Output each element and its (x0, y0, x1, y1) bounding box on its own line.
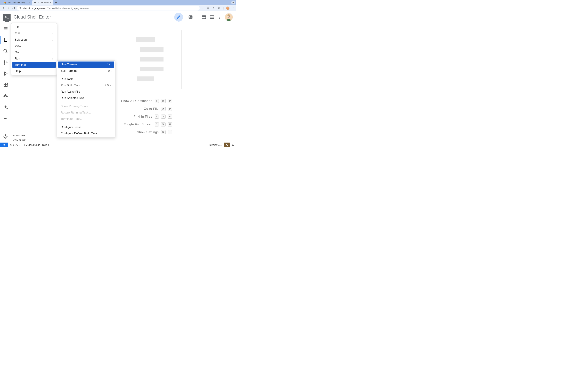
ai-assist-icon[interactable] (2, 103, 9, 111)
status-bar: 0 0 Cloud Code - Sign in Layout: U.S. (0, 142, 236, 147)
svg-point-24 (4, 49, 7, 52)
keyboard-layout-status[interactable]: Layout: U.S. (207, 144, 224, 146)
settings-gear-icon[interactable] (2, 132, 9, 140)
svg-point-11 (233, 9, 233, 9)
zoom-icon[interactable] (207, 7, 210, 10)
svg-point-37 (5, 118, 6, 119)
more-activity-icon[interactable] (2, 115, 9, 122)
svg-point-25 (4, 60, 5, 61)
submenu-show-running-tasks: Show Running Tasks... (58, 103, 114, 109)
svg-point-2 (5, 2, 6, 4)
svg-point-3 (4, 2, 5, 3)
submenu-configure-tasks[interactable]: Configure Tasks... (58, 124, 114, 130)
browser-tab[interactable]: Welcome – lab-project-id-ex × (1, 0, 32, 5)
menu-item-selection[interactable]: Selection› (12, 37, 56, 43)
menu-item-view[interactable]: View› (12, 43, 56, 49)
tab-title: Welcome – lab-project-id-ex (8, 1, 27, 4)
extensions-panel-icon[interactable] (2, 81, 9, 89)
hint-go-to-file: Go to File ⌘ P (121, 107, 172, 111)
svg-point-36 (4, 118, 5, 119)
source-control-icon[interactable] (2, 58, 9, 66)
browser-tab-active[interactable]: Cloud Shell × (32, 0, 53, 5)
submenu-split-terminal[interactable]: Split Terminal⌘\ (58, 68, 114, 74)
forward-button[interactable] (7, 7, 10, 10)
menu-item-help[interactable]: Help› (12, 68, 56, 74)
browser-chrome: Welcome – lab-project-id-ex × Cloud Shel… (0, 0, 236, 11)
menu-item-edit[interactable]: Edit› (12, 30, 56, 36)
back-button[interactable] (2, 7, 5, 10)
cloud-code-label: Cloud Code - Sign in (27, 144, 50, 146)
command-hints: Show All Commands ⇧ ⌘ P Go to File ⌘ P F… (121, 99, 172, 134)
svg-point-19 (219, 18, 220, 19)
activity-bar (0, 23, 11, 142)
connection-disabled-icon[interactable] (224, 142, 230, 147)
svg-rect-16 (210, 17, 214, 18)
profile-avatar-icon[interactable] (226, 7, 230, 10)
cloudshell-favicon-icon (34, 1, 37, 4)
svg-point-10 (233, 8, 233, 8)
api-icon[interactable] (2, 92, 9, 100)
svg-point-38 (7, 118, 7, 119)
address-bar[interactable]: shell.cloud.google.com/?show=ide&environ… (17, 6, 199, 10)
editor-mode-button[interactable] (174, 13, 183, 22)
submenu-new-terminal[interactable]: New Terminal^⇧` (58, 61, 114, 68)
close-icon[interactable]: × (29, 1, 30, 4)
search-icon[interactable] (2, 47, 9, 55)
app-title: Cloud Shell Editor (14, 14, 51, 20)
terminal-submenu: New Terminal^⇧` Split Terminal⌘\ Run Tas… (57, 60, 115, 138)
svg-rect-4 (34, 2, 36, 3)
explorer-icon[interactable] (2, 36, 9, 44)
submenu-run-active-file[interactable]: Run Active File (58, 89, 114, 95)
svg-rect-29 (4, 83, 5, 85)
install-icon[interactable] (201, 7, 204, 10)
submenu-run-selected-text[interactable]: Run Selected Text (58, 95, 114, 101)
new-window-button[interactable] (201, 13, 206, 22)
svg-point-27 (6, 62, 7, 63)
run-debug-icon[interactable] (2, 70, 9, 77)
timeline-section[interactable]: ›TIMELINE (11, 138, 57, 142)
menu-item-run[interactable]: Run› (12, 56, 56, 62)
cloud-code-status[interactable]: Cloud Code - Sign in (22, 144, 51, 146)
submenu-configure-default-build-task[interactable]: Configure Default Build Task... (58, 131, 114, 137)
address-bar-row: shell.cloud.google.com/?show=ide&environ… (0, 5, 236, 11)
svg-rect-30 (4, 85, 5, 86)
extensions-icon[interactable] (218, 7, 221, 10)
menu-toggle-icon[interactable] (2, 25, 9, 33)
outline-section[interactable]: ›OUTLINE (11, 133, 57, 138)
problems-status[interactable]: 0 0 (8, 144, 22, 146)
menu-item-file[interactable]: File› (12, 24, 56, 30)
svg-rect-14 (202, 16, 206, 17)
gcloud-favicon-icon (3, 1, 6, 4)
submenu-run-build-task[interactable]: Run Build Task...⇧⌘B (58, 83, 114, 89)
notifications-bell-icon[interactable] (230, 143, 236, 146)
submenu-terminate-task: Terminate Task... (58, 116, 114, 122)
tabs-dropdown-icon[interactable] (231, 1, 235, 4)
menu-item-go[interactable]: Go› (12, 49, 56, 55)
more-menu-button[interactable] (218, 13, 222, 22)
svg-rect-5 (20, 7, 21, 8)
url-path: /?show=ide&environment_deployment=ide (47, 7, 89, 9)
hint-show-all-commands: Show All Commands ⇧ ⌘ P (121, 99, 172, 103)
terminal-mode-button[interactable] (186, 13, 195, 22)
hint-find-in-files: Find in Files ⇧ ⌘ F (121, 115, 172, 119)
svg-point-17 (219, 16, 220, 16)
bookmark-star-icon[interactable] (212, 7, 215, 10)
svg-rect-12 (189, 16, 193, 19)
main-menu: File› Edit› Selection› View› Go› Run› Te… (11, 23, 57, 75)
svg-point-9 (233, 7, 233, 8)
new-tab-button[interactable]: + (53, 1, 59, 4)
hint-toggle-fullscreen: Toggle Full Screen ^ ⌘ F (121, 122, 172, 126)
url-host: shell.cloud.google.com (23, 7, 45, 9)
welcome-illustration-icon (112, 30, 182, 89)
reload-button[interactable] (12, 7, 15, 10)
user-avatar[interactable] (225, 13, 233, 21)
kebab-menu-icon[interactable] (232, 7, 235, 9)
layout-button[interactable] (209, 13, 215, 22)
error-count: 0 (13, 144, 15, 146)
remote-indicator[interactable] (0, 142, 8, 147)
submenu-run-task[interactable]: Run Task... (58, 76, 114, 82)
svg-point-23 (229, 16, 230, 17)
app-header: >_ Cloud Shell Editor (0, 11, 236, 23)
menu-item-terminal[interactable]: Terminal› (12, 62, 56, 68)
close-icon[interactable]: × (50, 1, 51, 4)
